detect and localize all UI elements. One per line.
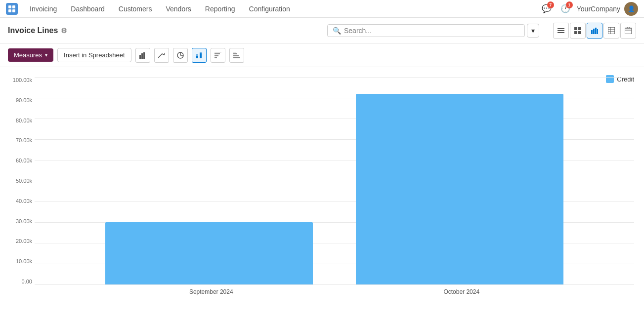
svg-rect-5 <box>558 30 564 31</box>
page-title-text: Invoice Lines <box>8 26 58 35</box>
svg-rect-31 <box>200 53 202 58</box>
svg-rect-25 <box>143 52 145 59</box>
svg-rect-23 <box>139 55 141 59</box>
svg-rect-6 <box>558 32 564 33</box>
chart-area: Credit 100.00k 90.00k 80.00k 70.00k 60.0… <box>0 67 644 304</box>
pie-chart-type-button[interactable] <box>173 48 188 63</box>
chart-grid: 100.00k 90.00k 80.00k 70.00k 60.00k 50.0… <box>35 77 634 284</box>
svg-rect-9 <box>574 31 577 34</box>
insert-label: Insert in Spreadsheet <box>64 51 125 59</box>
svg-rect-1 <box>12 5 15 8</box>
nav-configuration[interactable]: Configuration <box>243 3 296 15</box>
app-logo[interactable] <box>6 3 18 15</box>
y-label-3: 30.00k <box>2 218 32 224</box>
page-title: Invoice Lines ⚙ <box>8 26 67 35</box>
search-input[interactable] <box>344 27 519 35</box>
y-label-2: 20.00k <box>2 238 32 244</box>
y-label-0: 0.00 <box>2 279 32 284</box>
svg-rect-11 <box>591 30 593 34</box>
nav-customers[interactable]: Customers <box>113 3 158 15</box>
svg-rect-14 <box>597 29 598 34</box>
y-label-6: 60.00k <box>2 158 32 163</box>
bar-oct-2024 <box>356 94 563 284</box>
nav-vendors[interactable]: Vendors <box>160 3 197 15</box>
alerts-button[interactable]: 🕐 1 <box>558 1 573 16</box>
insert-spreadsheet-button[interactable]: Insert in Spreadsheet <box>57 48 131 62</box>
svg-rect-12 <box>593 29 595 34</box>
list-view-button[interactable] <box>553 23 569 39</box>
search-dropdown-button[interactable]: ▾ <box>527 24 539 38</box>
user-avatar[interactable]: 👤 <box>624 2 638 16</box>
calendar-view-button[interactable] <box>620 23 636 39</box>
svg-rect-0 <box>8 5 11 8</box>
measures-label: Measures <box>14 51 42 59</box>
nav-dashboard[interactable]: Dashboard <box>65 3 111 15</box>
view-toggles <box>553 23 636 39</box>
measures-button[interactable]: Measures ▾ <box>8 48 53 62</box>
top-nav: Invoicing Dashboard Customers Vendors Re… <box>0 0 644 18</box>
y-label-8: 80.00k <box>2 118 32 123</box>
measures-arrow-icon: ▾ <box>45 52 47 58</box>
svg-rect-32 <box>200 52 202 53</box>
table-view-button[interactable] <box>603 23 619 39</box>
svg-rect-10 <box>578 31 581 34</box>
nav-invoicing[interactable]: Invoicing <box>24 3 63 15</box>
svg-rect-2 <box>8 9 11 12</box>
nav-reporting[interactable]: Reporting <box>199 3 241 15</box>
y-label-4: 40.00k <box>2 198 32 204</box>
bar-chart-view-button[interactable] <box>587 23 602 39</box>
svg-rect-8 <box>578 27 581 30</box>
bar-chart-type-button[interactable] <box>135 48 150 63</box>
sort-asc-button[interactable] <box>211 48 225 63</box>
y-label-1: 10.00k <box>2 258 32 264</box>
y-label-5: 50.00k <box>2 178 32 184</box>
notifications-badge: 7 <box>547 1 554 8</box>
y-axis: 100.00k 90.00k 80.00k 70.00k 60.00k 50.0… <box>2 77 32 284</box>
svg-rect-15 <box>608 27 615 34</box>
company-name: YourCompany <box>577 5 620 13</box>
stacked-chart-type-button[interactable] <box>192 48 207 63</box>
x-axis-labels: September 2024 October 2024 <box>35 284 634 295</box>
svg-rect-3 <box>12 9 15 12</box>
x-label-sep-2024: September 2024 <box>189 288 233 295</box>
svg-rect-30 <box>196 54 198 56</box>
svg-rect-13 <box>595 28 597 34</box>
toolbar: Invoice Lines ⚙ 🔍 ▾ <box>0 18 644 43</box>
svg-rect-7 <box>574 27 577 30</box>
settings-icon[interactable]: ⚙ <box>61 27 67 35</box>
svg-rect-4 <box>558 28 564 29</box>
notifications-button[interactable]: 💬 7 <box>539 1 554 16</box>
kanban-view-button[interactable] <box>570 23 586 39</box>
svg-rect-24 <box>141 53 143 59</box>
svg-rect-29 <box>196 56 198 58</box>
bar-sep-2024 <box>105 222 313 284</box>
line-chart-type-button[interactable] <box>154 48 169 63</box>
bar-group-oct-2024 <box>356 94 563 284</box>
alerts-badge: 1 <box>566 1 573 8</box>
controls-bar: Measures ▾ Insert in Spreadsheet <box>0 43 644 67</box>
y-label-9: 90.00k <box>2 97 32 103</box>
svg-rect-19 <box>625 28 632 34</box>
bars-container <box>35 77 634 284</box>
bar-group-sep-2024 <box>105 222 313 284</box>
search-icon: 🔍 <box>333 27 341 35</box>
y-label-7: 70.00k <box>2 137 32 143</box>
search-container: 🔍 ▾ <box>327 24 539 38</box>
search-box[interactable]: 🔍 <box>327 24 525 37</box>
sort-desc-button[interactable] <box>229 48 244 63</box>
y-label-10: 100.00k <box>2 77 32 83</box>
x-label-oct-2024: October 2024 <box>443 288 479 295</box>
